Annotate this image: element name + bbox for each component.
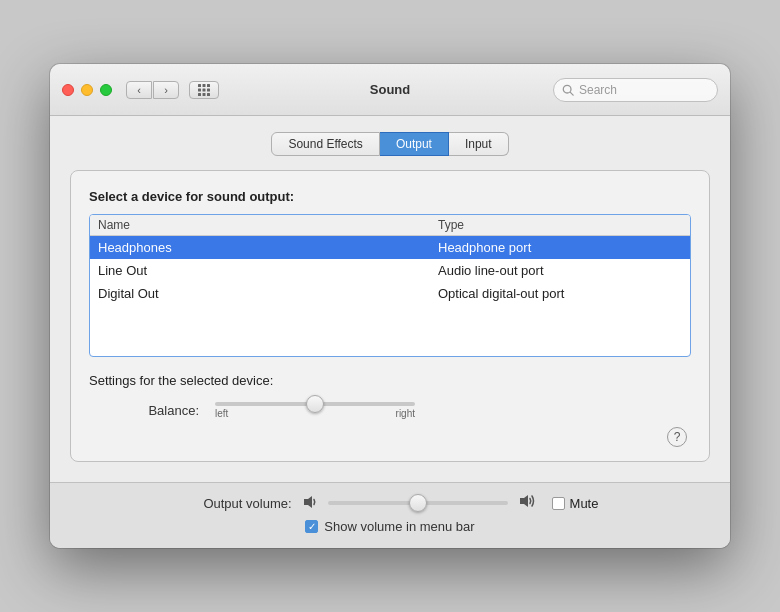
col-name-header: Name bbox=[98, 218, 438, 232]
svg-rect-1 bbox=[203, 84, 206, 87]
table-header: Name Type bbox=[90, 215, 690, 236]
forward-button[interactable]: › bbox=[153, 81, 179, 99]
svg-rect-8 bbox=[207, 93, 210, 96]
balance-left-label: left bbox=[215, 408, 228, 419]
device-table: Name Type Headphones Headphone port Line… bbox=[89, 214, 691, 357]
col-type-header: Type bbox=[438, 218, 682, 232]
device-name: Digital Out bbox=[98, 286, 438, 301]
balance-right-label: right bbox=[396, 408, 415, 419]
volume-high-icon bbox=[518, 493, 538, 513]
search-placeholder: Search bbox=[579, 83, 617, 97]
content-area: Sound Effects Output Input Select a devi… bbox=[50, 116, 730, 482]
window-title: Sound bbox=[370, 82, 410, 97]
balance-row: Balance: left right bbox=[89, 402, 691, 419]
volume-track bbox=[328, 501, 508, 505]
maximize-button[interactable] bbox=[100, 84, 112, 96]
slider-thumb[interactable] bbox=[306, 395, 324, 413]
svg-rect-4 bbox=[203, 88, 206, 91]
bottom-bar: Output volume: bbox=[50, 482, 730, 548]
slider-track bbox=[215, 402, 415, 406]
svg-rect-7 bbox=[203, 93, 206, 96]
menu-bar-label: Show volume in menu bar bbox=[324, 519, 474, 534]
device-type: Headphone port bbox=[438, 240, 682, 255]
tab-sound-effects[interactable]: Sound Effects bbox=[271, 132, 380, 156]
svg-marker-12 bbox=[520, 495, 528, 507]
svg-marker-11 bbox=[304, 496, 312, 508]
minimize-button[interactable] bbox=[81, 84, 93, 96]
balance-label: Balance: bbox=[119, 403, 199, 418]
tab-input[interactable]: Input bbox=[449, 132, 509, 156]
titlebar: ‹ › Sound Search bbox=[50, 64, 730, 116]
traffic-lights bbox=[62, 84, 112, 96]
help-button[interactable]: ? bbox=[667, 427, 687, 447]
table-row[interactable]: Headphones Headphone port bbox=[90, 236, 690, 259]
svg-rect-6 bbox=[198, 93, 201, 96]
menu-bar-checkbox[interactable]: ✓ bbox=[305, 520, 318, 533]
main-window: ‹ › Sound Search bbox=[50, 64, 730, 548]
volume-slider[interactable] bbox=[328, 501, 508, 505]
help-row: ? bbox=[89, 427, 691, 447]
table-row[interactable]: Digital Out Optical digital-out port bbox=[90, 282, 690, 305]
table-row[interactable]: Line Out Audio line-out port bbox=[90, 259, 690, 282]
close-button[interactable] bbox=[62, 84, 74, 96]
device-type: Optical digital-out port bbox=[438, 286, 682, 301]
tab-output[interactable]: Output bbox=[380, 132, 449, 156]
device-name: Headphones bbox=[98, 240, 438, 255]
nav-buttons: ‹ › bbox=[126, 81, 179, 99]
menu-bar-row: ✓ Show volume in menu bar bbox=[305, 519, 474, 534]
search-bar[interactable]: Search bbox=[553, 78, 718, 102]
grid-button[interactable] bbox=[189, 81, 219, 99]
svg-rect-5 bbox=[207, 88, 210, 91]
device-name: Line Out bbox=[98, 263, 438, 278]
back-button[interactable]: ‹ bbox=[126, 81, 152, 99]
table-body: Headphones Headphone port Line Out Audio… bbox=[90, 236, 690, 356]
svg-rect-3 bbox=[198, 88, 201, 91]
mute-area: Mute bbox=[552, 496, 599, 511]
svg-rect-0 bbox=[198, 84, 201, 87]
settings-panel: Select a device for sound output: Name T… bbox=[70, 170, 710, 462]
volume-low-icon bbox=[302, 494, 318, 513]
select-device-label: Select a device for sound output: bbox=[89, 189, 691, 204]
svg-rect-2 bbox=[207, 84, 210, 87]
volume-row: Output volume: bbox=[182, 493, 599, 513]
mute-label: Mute bbox=[570, 496, 599, 511]
balance-slider[interactable]: left right bbox=[215, 402, 415, 419]
mute-checkbox[interactable] bbox=[552, 497, 565, 510]
output-volume-label: Output volume: bbox=[182, 496, 292, 511]
volume-thumb[interactable] bbox=[409, 494, 427, 512]
search-icon bbox=[562, 84, 574, 96]
settings-section-label: Settings for the selected device: bbox=[89, 373, 691, 388]
svg-line-10 bbox=[570, 92, 573, 95]
device-type: Audio line-out port bbox=[438, 263, 682, 278]
tab-bar: Sound Effects Output Input bbox=[70, 132, 710, 156]
